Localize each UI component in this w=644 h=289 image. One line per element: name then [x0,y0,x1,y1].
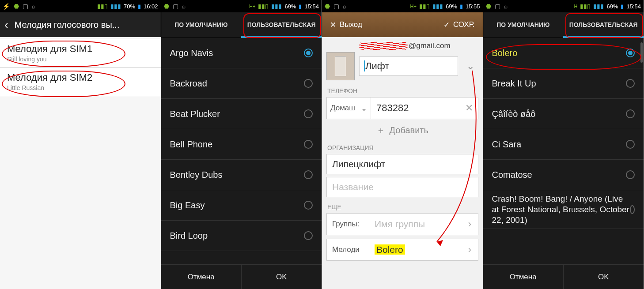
melody-row[interactable]: Мелоди Bolero › [326,239,478,261]
ringtone-item[interactable]: Comatose [483,160,644,190]
name-field[interactable]: Лифт [359,56,458,76]
battery-icon: ▮ [299,3,302,10]
ringtone-list[interactable]: Argo NavisBackroadBeat PluckerBell Phone… [161,38,322,264]
sim2-subtitle: Little Russian [7,84,154,91]
cancel-button[interactable]: Отмена [161,265,242,289]
search-icon: ⌕ [343,3,346,10]
ringtone-item[interactable]: Big Easy [161,190,322,221]
ringtone-list[interactable]: BoleroBreak It UpÇâîíèò øåôCi SaraComato… [483,38,644,264]
sim2-ringtone-item[interactable]: Мелодия для SIM2 Little Russian [0,68,161,96]
signal-icon: ▮▮▮ [271,3,282,10]
sim1-title: Мелодия для SIM1 [7,43,154,55]
sim-ringtone-list: Мелодия для SIM1 Still loving you Мелоди… [0,37,161,289]
signal-icon: ▮▮▯ [580,3,591,10]
exit-button[interactable]: ✕ Выход [330,20,362,30]
tab-default[interactable]: ПО УМОЛЧАНИЮ [483,12,564,38]
status-bar: ⚡ ⬣ ▢ ⌕ ▮▮▯ ▮▮▮ 70% ▮ 16:02 [0,0,161,12]
scrollbar-thumb[interactable] [640,42,643,63]
ringtone-item[interactable]: Backroad [161,68,322,99]
plug-icon: ⚡ [3,3,10,10]
ringtone-label: Bolero [492,48,518,58]
ringtone-item[interactable]: Argo Navis [161,38,322,68]
image-icon: ▢ [23,3,28,10]
hspa-icon: H [574,4,577,9]
back-icon[interactable]: ‹ [4,18,8,32]
ringtone-item[interactable]: Beat Plucker [161,99,322,129]
radio-icon [304,79,313,88]
ringtone-label: Break It Up [492,79,536,89]
shield-icon: ⬣ [325,3,330,10]
ringtone-item[interactable]: Bolero [483,38,644,68]
screen-2-ringtone-picker: ⬣ ▢ ⌕ H+ ▮▮▯ ▮▮▮ 69% ▮ 15:54 ПО УМОЛЧАНИ… [161,0,322,289]
tab-default[interactable]: ПО УМОЛЧАНИЮ [161,12,242,38]
shield-icon: ⬣ [486,3,491,10]
battery-pct: 69% [284,3,296,10]
groups-row[interactable]: Группы: Имя группы › [326,213,478,235]
hspa-icon: H+ [249,4,255,9]
clock: 15:54 [626,3,641,10]
ringtone-label: Çâîíèò øåô [492,109,536,119]
tab-custom[interactable]: ПОЛЬЗОВАТЕЛЬСКАЯ [563,12,644,38]
ringtone-item[interactable]: Bird Loop [161,221,322,251]
radio-icon [304,109,313,118]
page-title: Мелодия голосового вы... [15,20,120,30]
ringtone-label: Bentley Dubs [170,170,223,180]
redacted-icon [359,42,408,50]
ok-button[interactable]: OK [242,265,322,289]
section-org: ОРГАНИЗАЦИЯ [326,142,478,154]
ringtone-item[interactable]: Bell Phone [161,129,322,160]
search-icon: ⌕ [504,3,508,10]
ringtone-label: Big Easy [170,200,205,210]
image-icon: ▢ [173,3,178,10]
ringtone-label: Crash! Boom! Bang! / Anyone (Live at For… [492,194,630,225]
radio-icon [304,201,313,210]
ok-button[interactable]: OK [564,265,644,289]
battery-icon: ▮ [138,3,141,10]
ringtone-label: Backroad [170,79,208,89]
clock: 15:55 [466,3,480,10]
signal-icon: ▮▮▮ [593,3,604,10]
signal-icon: ▮▮▯ [258,3,269,10]
ringtone-item[interactable]: Ci Sara [483,129,644,160]
signal-icon: ▮▮▮ [432,3,443,10]
org-title-field[interactable]: Название [326,177,478,197]
chevron-down-icon: ⌄ [466,60,474,72]
phone-type-selector[interactable]: Домаш ⌄ [327,98,371,119]
org-company-field[interactable]: Липецклифт [326,154,478,174]
plus-icon: ＋ [376,124,385,136]
close-icon: ✕ [330,20,336,30]
contact-toolbar: ✕ Выход ✓ СОХР. [322,12,483,37]
ringtone-item[interactable]: Break It Up [483,68,644,99]
sim2-title: Мелодия для SIM2 [7,72,154,83]
ringtone-label: Bell Phone [170,139,213,150]
ringtone-label: Argo Navis [170,48,213,58]
save-button[interactable]: ✓ СОХР. [443,20,475,30]
status-bar: ⬣ ▢ ⌕ H+ ▮▮▯ ▮▮▮ 69% ▮ 15:55 [322,0,483,12]
radio-icon [304,170,313,179]
screen-1-ringtone-per-sim: ⚡ ⬣ ▢ ⌕ ▮▮▯ ▮▮▮ 70% ▮ 16:02 ‹ Мелодия го… [0,0,161,289]
avatar[interactable] [326,52,355,80]
add-phone-button[interactable]: ＋ Добавить [326,119,478,142]
account-email: @gmail.com [359,41,478,50]
tab-bar: ПО УМОЛЧАНИЮ ПОЛЬЗОВАТЕЛЬСКАЯ [161,12,322,38]
search-icon: ⌕ [32,3,35,10]
tab-custom[interactable]: ПОЛЬЗОВАТЕЛЬСКАЯ [241,12,322,38]
radio-icon [304,231,313,240]
ringtone-item[interactable]: Çâîíèò øåô [483,99,644,129]
radio-icon [626,170,635,179]
battery-pct: 69% [446,3,457,10]
cancel-button[interactable]: Отмена [483,265,564,289]
phone-number-field[interactable]: 783282 [371,102,460,114]
battery-pct: 69% [606,3,618,10]
ringtone-item[interactable]: Crash! Boom! Bang! / Anyone (Live at For… [483,190,644,229]
remove-phone-button[interactable]: ✕ [460,102,478,114]
clock: 16:02 [144,3,158,10]
sim1-ringtone-item[interactable]: Мелодия для SIM1 Still loving you [0,39,161,68]
radio-icon [626,49,635,57]
expand-name-button[interactable]: ⌄ [462,56,478,76]
ringtone-item[interactable]: Bentley Dubs [161,160,322,190]
radio-icon [626,140,635,149]
sim1-subtitle: Still loving you [7,56,154,63]
close-icon: ✕ [465,102,473,113]
ringtone-label: Ci Sara [492,139,522,150]
